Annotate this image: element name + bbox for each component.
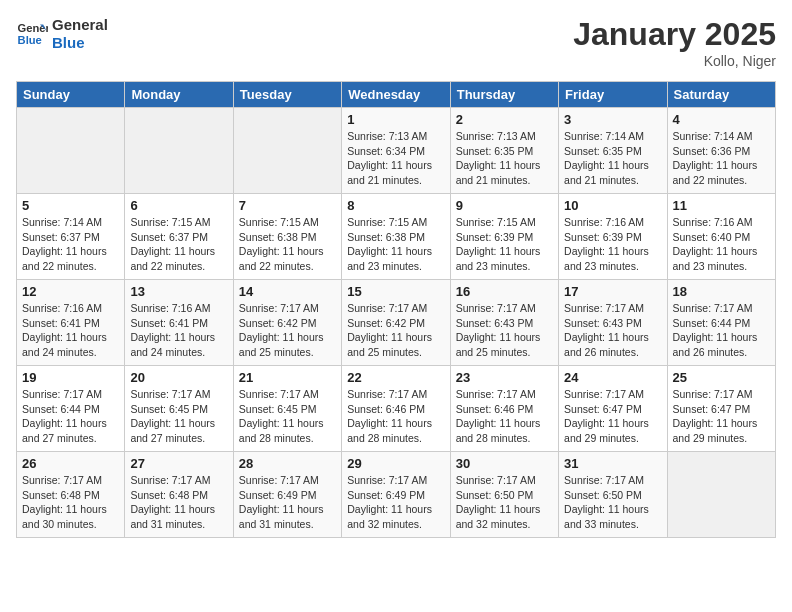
day-number: 2 [456, 112, 553, 127]
day-cell: 22Sunrise: 7:17 AMSunset: 6:46 PMDayligh… [342, 366, 450, 452]
day-cell: 13Sunrise: 7:16 AMSunset: 6:41 PMDayligh… [125, 280, 233, 366]
day-info: Sunrise: 7:13 AMSunset: 6:34 PMDaylight:… [347, 129, 444, 188]
day-cell: 12Sunrise: 7:16 AMSunset: 6:41 PMDayligh… [17, 280, 125, 366]
day-number: 29 [347, 456, 444, 471]
day-cell: 21Sunrise: 7:17 AMSunset: 6:45 PMDayligh… [233, 366, 341, 452]
day-cell: 17Sunrise: 7:17 AMSunset: 6:43 PMDayligh… [559, 280, 667, 366]
day-cell: 7Sunrise: 7:15 AMSunset: 6:38 PMDaylight… [233, 194, 341, 280]
page-header: General Blue General Blue January 2025 K… [16, 16, 776, 69]
day-info: Sunrise: 7:16 AMSunset: 6:41 PMDaylight:… [130, 301, 227, 360]
day-cell: 19Sunrise: 7:17 AMSunset: 6:44 PMDayligh… [17, 366, 125, 452]
day-cell: 28Sunrise: 7:17 AMSunset: 6:49 PMDayligh… [233, 452, 341, 538]
day-cell [125, 108, 233, 194]
day-cell [233, 108, 341, 194]
day-info: Sunrise: 7:17 AMSunset: 6:45 PMDaylight:… [239, 387, 336, 446]
day-info: Sunrise: 7:16 AMSunset: 6:41 PMDaylight:… [22, 301, 119, 360]
day-info: Sunrise: 7:17 AMSunset: 6:50 PMDaylight:… [564, 473, 661, 532]
day-number: 21 [239, 370, 336, 385]
week-row-3: 12Sunrise: 7:16 AMSunset: 6:41 PMDayligh… [17, 280, 776, 366]
weekday-saturday: Saturday [667, 82, 775, 108]
day-info: Sunrise: 7:14 AMSunset: 6:36 PMDaylight:… [673, 129, 770, 188]
day-info: Sunrise: 7:13 AMSunset: 6:35 PMDaylight:… [456, 129, 553, 188]
calendar-subtitle: Kollo, Niger [573, 53, 776, 69]
day-number: 23 [456, 370, 553, 385]
day-number: 8 [347, 198, 444, 213]
day-info: Sunrise: 7:16 AMSunset: 6:39 PMDaylight:… [564, 215, 661, 274]
day-info: Sunrise: 7:17 AMSunset: 6:48 PMDaylight:… [130, 473, 227, 532]
day-info: Sunrise: 7:17 AMSunset: 6:49 PMDaylight:… [347, 473, 444, 532]
day-cell: 31Sunrise: 7:17 AMSunset: 6:50 PMDayligh… [559, 452, 667, 538]
day-number: 28 [239, 456, 336, 471]
day-number: 31 [564, 456, 661, 471]
day-number: 12 [22, 284, 119, 299]
day-cell [667, 452, 775, 538]
day-info: Sunrise: 7:17 AMSunset: 6:50 PMDaylight:… [456, 473, 553, 532]
weekday-thursday: Thursday [450, 82, 558, 108]
day-cell: 24Sunrise: 7:17 AMSunset: 6:47 PMDayligh… [559, 366, 667, 452]
day-number: 14 [239, 284, 336, 299]
day-number: 20 [130, 370, 227, 385]
logo: General Blue General Blue [16, 16, 108, 52]
day-number: 16 [456, 284, 553, 299]
weekday-header-row: SundayMondayTuesdayWednesdayThursdayFrid… [17, 82, 776, 108]
day-number: 17 [564, 284, 661, 299]
day-number: 7 [239, 198, 336, 213]
day-cell: 8Sunrise: 7:15 AMSunset: 6:38 PMDaylight… [342, 194, 450, 280]
day-cell: 6Sunrise: 7:15 AMSunset: 6:37 PMDaylight… [125, 194, 233, 280]
day-info: Sunrise: 7:17 AMSunset: 6:46 PMDaylight:… [456, 387, 553, 446]
day-cell: 25Sunrise: 7:17 AMSunset: 6:47 PMDayligh… [667, 366, 775, 452]
day-info: Sunrise: 7:17 AMSunset: 6:47 PMDaylight:… [564, 387, 661, 446]
day-cell: 5Sunrise: 7:14 AMSunset: 6:37 PMDaylight… [17, 194, 125, 280]
day-info: Sunrise: 7:17 AMSunset: 6:43 PMDaylight:… [564, 301, 661, 360]
day-cell [17, 108, 125, 194]
day-info: Sunrise: 7:17 AMSunset: 6:44 PMDaylight:… [673, 301, 770, 360]
calendar-title: January 2025 [573, 16, 776, 53]
day-number: 27 [130, 456, 227, 471]
weekday-monday: Monday [125, 82, 233, 108]
day-cell: 14Sunrise: 7:17 AMSunset: 6:42 PMDayligh… [233, 280, 341, 366]
day-info: Sunrise: 7:17 AMSunset: 6:49 PMDaylight:… [239, 473, 336, 532]
week-row-5: 26Sunrise: 7:17 AMSunset: 6:48 PMDayligh… [17, 452, 776, 538]
day-number: 11 [673, 198, 770, 213]
day-cell: 23Sunrise: 7:17 AMSunset: 6:46 PMDayligh… [450, 366, 558, 452]
svg-text:General: General [18, 22, 48, 34]
day-number: 5 [22, 198, 119, 213]
day-cell: 30Sunrise: 7:17 AMSunset: 6:50 PMDayligh… [450, 452, 558, 538]
day-number: 4 [673, 112, 770, 127]
day-cell: 29Sunrise: 7:17 AMSunset: 6:49 PMDayligh… [342, 452, 450, 538]
calendar-table: SundayMondayTuesdayWednesdayThursdayFrid… [16, 81, 776, 538]
day-number: 18 [673, 284, 770, 299]
week-row-2: 5Sunrise: 7:14 AMSunset: 6:37 PMDaylight… [17, 194, 776, 280]
day-info: Sunrise: 7:17 AMSunset: 6:44 PMDaylight:… [22, 387, 119, 446]
day-number: 22 [347, 370, 444, 385]
day-cell: 15Sunrise: 7:17 AMSunset: 6:42 PMDayligh… [342, 280, 450, 366]
day-cell: 20Sunrise: 7:17 AMSunset: 6:45 PMDayligh… [125, 366, 233, 452]
week-row-1: 1Sunrise: 7:13 AMSunset: 6:34 PMDaylight… [17, 108, 776, 194]
day-number: 26 [22, 456, 119, 471]
day-number: 15 [347, 284, 444, 299]
day-info: Sunrise: 7:17 AMSunset: 6:47 PMDaylight:… [673, 387, 770, 446]
week-row-4: 19Sunrise: 7:17 AMSunset: 6:44 PMDayligh… [17, 366, 776, 452]
day-cell: 26Sunrise: 7:17 AMSunset: 6:48 PMDayligh… [17, 452, 125, 538]
weekday-tuesday: Tuesday [233, 82, 341, 108]
logo-line2: Blue [52, 34, 108, 52]
day-info: Sunrise: 7:15 AMSunset: 6:38 PMDaylight:… [347, 215, 444, 274]
svg-text:Blue: Blue [18, 34, 42, 46]
day-info: Sunrise: 7:15 AMSunset: 6:37 PMDaylight:… [130, 215, 227, 274]
day-info: Sunrise: 7:17 AMSunset: 6:42 PMDaylight:… [347, 301, 444, 360]
day-cell: 9Sunrise: 7:15 AMSunset: 6:39 PMDaylight… [450, 194, 558, 280]
day-info: Sunrise: 7:17 AMSunset: 6:48 PMDaylight:… [22, 473, 119, 532]
day-cell: 16Sunrise: 7:17 AMSunset: 6:43 PMDayligh… [450, 280, 558, 366]
weekday-friday: Friday [559, 82, 667, 108]
day-number: 25 [673, 370, 770, 385]
day-cell: 10Sunrise: 7:16 AMSunset: 6:39 PMDayligh… [559, 194, 667, 280]
logo-icon: General Blue [16, 18, 48, 50]
day-cell: 4Sunrise: 7:14 AMSunset: 6:36 PMDaylight… [667, 108, 775, 194]
day-number: 24 [564, 370, 661, 385]
day-info: Sunrise: 7:17 AMSunset: 6:43 PMDaylight:… [456, 301, 553, 360]
day-cell: 2Sunrise: 7:13 AMSunset: 6:35 PMDaylight… [450, 108, 558, 194]
day-cell: 18Sunrise: 7:17 AMSunset: 6:44 PMDayligh… [667, 280, 775, 366]
day-number: 6 [130, 198, 227, 213]
day-number: 10 [564, 198, 661, 213]
day-info: Sunrise: 7:14 AMSunset: 6:35 PMDaylight:… [564, 129, 661, 188]
